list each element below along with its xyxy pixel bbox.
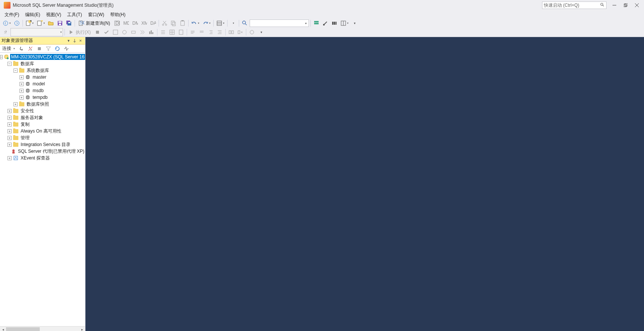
parse-button[interactable] — [102, 28, 111, 36]
tree-node-db-tempdb[interactable]: + tempdb — [0, 94, 85, 101]
live-stats-button[interactable] — [147, 28, 156, 36]
svg-point-0 — [601, 3, 603, 5]
tree-node-always-on[interactable]: + Always On 高可用性 — [0, 128, 85, 134]
dax-query-button[interactable]: DAX — [149, 19, 157, 27]
stop-button[interactable] — [35, 45, 43, 52]
nav-forward-button[interactable] — [13, 19, 21, 27]
outdent-button[interactable] — [216, 28, 224, 36]
tree-node-management[interactable]: + 管理 — [0, 134, 85, 141]
find-button[interactable] — [241, 19, 249, 27]
tree-node-db-master[interactable]: + master — [0, 74, 85, 81]
mdx-query-button[interactable]: MDX — [122, 19, 130, 27]
minimize-button[interactable] — [609, 1, 620, 9]
svg-rect-50 — [113, 30, 118, 34]
tree-node-server-objects[interactable]: + 服务器对象 — [0, 114, 85, 121]
save-all-button[interactable] — [65, 19, 73, 27]
panel-dropdown-button[interactable]: ▼ — [66, 38, 72, 44]
toolbar-row-1: ▾ ✦▾ ✦▾ SQL 新建查询(N) DE MDX DMX XMLA DAX … — [0, 19, 644, 28]
change-connection-button[interactable] — [1, 28, 10, 36]
refresh-button[interactable] — [53, 45, 61, 52]
tree-node-db-model[interactable]: + model — [0, 81, 85, 87]
paste-button[interactable] — [178, 19, 187, 27]
include-actual-plan-button[interactable] — [138, 28, 147, 36]
save-button[interactable] — [56, 19, 64, 27]
tree-node-xevent[interactable]: + XEvent 探查器 — [0, 155, 85, 161]
tree-node-system-databases[interactable]: − 系统数据库 — [0, 67, 85, 74]
tree-node-db-msdb[interactable]: + msdb — [0, 87, 85, 94]
specify-values-button[interactable] — [227, 28, 235, 36]
available-db-combo[interactable]: ▾ — [10, 28, 63, 36]
disconnect-button[interactable] — [26, 45, 34, 52]
dmx-query-button[interactable]: DMX — [131, 19, 139, 27]
panel-close-button[interactable]: ✕ — [78, 38, 84, 44]
filter-button[interactable] — [44, 45, 52, 52]
tree-node-databases[interactable]: − 数据库 — [0, 60, 85, 67]
main-area: 对象资源管理器 ▼ ✕ 连接▾ − MM-20230528VCZX (SQL S… — [0, 37, 644, 331]
uncomment-button[interactable] — [198, 28, 206, 36]
svg-point-86 — [12, 149, 15, 152]
activity-icon[interactable] — [62, 45, 70, 52]
tree-horizontal-scrollbar[interactable]: ◂▸ — [0, 326, 85, 331]
open-file-button[interactable] — [47, 19, 55, 27]
results-to-file-button[interactable] — [177, 28, 185, 36]
results-to-grid-button[interactable] — [168, 28, 176, 36]
xmla-query-button[interactable]: XMLA — [140, 19, 148, 27]
search-icon — [600, 3, 605, 8]
connect-object-explorer-button[interactable] — [17, 45, 25, 52]
properties-button[interactable]: ▾ — [215, 19, 226, 27]
svg-text:✦: ✦ — [29, 20, 31, 24]
menu-tools[interactable]: 工具(T) — [64, 11, 85, 19]
tree-node-db-snapshots[interactable]: + 数据库快照 — [0, 101, 85, 107]
folder-icon — [13, 61, 19, 66]
template-browser-button[interactable] — [330, 19, 338, 27]
menu-view[interactable]: 视图(V) — [43, 11, 64, 19]
menu-window[interactable]: 窗口(W) — [85, 11, 107, 19]
maximize-button[interactable] — [620, 1, 631, 9]
specify-values2-button[interactable] — [236, 28, 244, 36]
panel-pin-button[interactable] — [72, 38, 78, 44]
svg-rect-45 — [334, 22, 335, 25]
close-button[interactable] — [631, 1, 643, 9]
svg-text:DMX: DMX — [132, 21, 138, 26]
new-item-button[interactable]: ✦▾ — [36, 19, 46, 27]
copy-button[interactable] — [169, 19, 178, 27]
redo-button[interactable]: ▾ — [201, 19, 212, 27]
results-to-text-button[interactable] — [159, 28, 167, 36]
find-combo[interactable]: ▾ — [250, 19, 309, 27]
cut-button[interactable] — [160, 19, 169, 27]
svg-rect-41 — [314, 21, 319, 22]
estimated-plan-button[interactable] — [111, 28, 120, 36]
intellisense-button[interactable] — [129, 28, 138, 36]
debug-button[interactable] — [248, 28, 256, 36]
comment-button[interactable] — [189, 28, 197, 36]
new-query-button[interactable]: SQL 新建查询(N) — [76, 19, 112, 27]
menu-edit[interactable]: 编辑(E) — [22, 11, 43, 19]
options-button[interactable] — [321, 19, 329, 27]
object-explorer-tree[interactable]: − MM-20230528VCZX (SQL Server 16 − 数据库 −… — [0, 53, 85, 326]
tree-node-security[interactable]: + 安全性 — [0, 107, 85, 114]
tree-node-integration-services[interactable]: + Integration Services 目录 — [0, 141, 85, 148]
svg-text:SQL: SQL — [80, 20, 84, 25]
execute-button[interactable]: 执行(X) — [66, 28, 93, 36]
registered-servers-button[interactable] — [312, 19, 321, 27]
indent-button[interactable] — [207, 28, 215, 36]
toolbar-overflow-2[interactable]: ▾ — [257, 28, 265, 36]
tree-node-sql-agent[interactable]: SQL Server 代理(已禁用代理 XP) — [0, 148, 85, 155]
new-project-button[interactable]: ✦▾ — [24, 19, 35, 27]
quick-launch-input[interactable]: 快速启动 (Ctrl+Q) — [542, 1, 607, 9]
svg-rect-34 — [181, 21, 184, 25]
cancel-query-button[interactable] — [93, 28, 102, 36]
nav-back-button[interactable]: ▾ — [1, 19, 12, 27]
connect-dropdown[interactable]: 连接▾ — [1, 45, 16, 52]
tree-node-server[interactable]: − MM-20230528VCZX (SQL Server 16 — [0, 54, 85, 60]
activity-monitor-button[interactable]: ▾ — [229, 19, 237, 27]
toolbar-overflow-1[interactable]: ▾ — [350, 19, 359, 27]
db-engine-query-button[interactable]: DE — [113, 19, 121, 27]
tree-node-replication[interactable]: + 复制 — [0, 121, 85, 128]
menu-help[interactable]: 帮助(H) — [107, 11, 129, 19]
window-layout-button[interactable]: ▾ — [339, 19, 350, 27]
svg-rect-55 — [152, 32, 153, 34]
query-options-button[interactable] — [120, 28, 129, 36]
undo-button[interactable]: ▾ — [190, 19, 201, 27]
menu-file[interactable]: 文件(F) — [1, 11, 22, 19]
